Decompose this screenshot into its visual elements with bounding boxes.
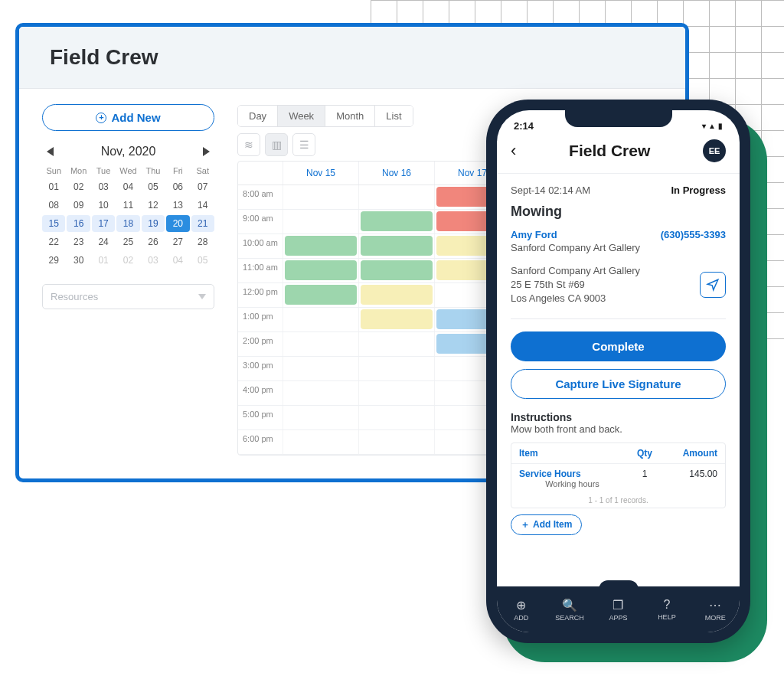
event-block[interactable] — [285, 260, 357, 280]
time-label: 12:00 pm — [238, 283, 283, 307]
event-block[interactable] — [361, 309, 433, 329]
schedule-cell[interactable] — [358, 210, 434, 233]
calendar-day[interactable]: 20 — [166, 215, 189, 232]
schedule-cell[interactable] — [283, 308, 358, 331]
calendar-day[interactable]: 25 — [116, 233, 139, 250]
add-new-button[interactable]: + Add New — [42, 104, 214, 131]
schedule-cell[interactable] — [283, 406, 358, 429]
calendar-day[interactable]: 04 — [116, 178, 139, 195]
event-block[interactable] — [285, 236, 357, 256]
complete-button[interactable]: Complete — [511, 331, 726, 361]
capture-signature-button[interactable]: Capture Live Signature — [511, 369, 726, 399]
schedule-cell[interactable] — [283, 332, 358, 356]
tab-help[interactable]: ?HELP — [642, 586, 691, 632]
calendar-day[interactable]: 09 — [67, 197, 90, 214]
calendar-day[interactable]: 03 — [142, 252, 165, 269]
calendar-day[interactable]: 05 — [142, 178, 165, 195]
schedule-cell[interactable] — [358, 332, 434, 356]
schedule-cell[interactable] — [283, 283, 358, 307]
view-option-week[interactable]: Week — [278, 106, 325, 126]
event-block[interactable] — [361, 211, 433, 231]
next-month-icon[interactable] — [203, 147, 210, 156]
calendar-day[interactable]: 19 — [142, 215, 165, 232]
schedule-cell[interactable] — [283, 185, 358, 209]
table-row[interactable]: Service Hours Working hours 1 145.00 — [511, 464, 725, 493]
calendar-day[interactable]: 24 — [92, 233, 115, 250]
calendar-day[interactable]: 29 — [42, 252, 65, 269]
calendar-day[interactable]: 22 — [42, 233, 65, 250]
layers-icon[interactable]: ≋ — [237, 133, 260, 156]
calendar-day[interactable]: 30 — [67, 252, 90, 269]
view-switch: DayWeekMonthList — [237, 105, 413, 127]
contact-name-link[interactable]: Amy Ford — [511, 229, 557, 240]
columns-icon[interactable]: ▥ — [265, 133, 288, 156]
calendar-day[interactable]: 08 — [42, 197, 65, 214]
dow-label: Fri — [166, 165, 189, 177]
schedule-cell[interactable] — [358, 259, 434, 282]
view-option-list[interactable]: List — [375, 106, 412, 126]
col-amount[interactable]: Amount — [664, 448, 717, 459]
calendar-day[interactable]: 14 — [191, 197, 214, 214]
calendar-day[interactable]: 02 — [116, 252, 139, 269]
calendar-day[interactable]: 10 — [92, 197, 115, 214]
schedule-cell[interactable] — [283, 259, 358, 282]
avatar[interactable]: EE — [703, 139, 726, 162]
schedule-cell[interactable] — [358, 185, 434, 209]
event-block[interactable] — [361, 260, 433, 280]
calendar-day[interactable]: 17 — [92, 215, 115, 232]
schedule-cell[interactable] — [358, 381, 434, 405]
tab-search[interactable]: 🔍SEARCH — [545, 586, 593, 632]
calendar-day[interactable]: 12 — [142, 197, 165, 214]
schedule-cell[interactable] — [358, 406, 434, 429]
calendar-day[interactable]: 05 — [191, 252, 214, 269]
calendar-day[interactable]: 07 — [191, 178, 214, 195]
calendar-day[interactable]: 23 — [67, 233, 90, 250]
calendar-day[interactable]: 27 — [166, 233, 189, 250]
calendar-day[interactable]: 26 — [142, 233, 165, 250]
tab-apps[interactable]: ❐APPS — [594, 586, 642, 632]
schedule-cell[interactable] — [283, 210, 358, 233]
tab-more[interactable]: ⋯MORE — [691, 586, 740, 632]
schedule-cell[interactable] — [283, 430, 358, 454]
calendar-day[interactable]: 28 — [191, 233, 214, 250]
add-item-button[interactable]: ＋ Add Item — [511, 514, 582, 535]
date-header[interactable]: Nov 16 — [358, 162, 434, 185]
date-header[interactable]: Nov 15 — [283, 162, 358, 185]
event-block[interactable] — [285, 285, 357, 305]
calendar-day[interactable]: 04 — [166, 252, 189, 269]
col-item[interactable]: Item — [519, 448, 626, 459]
calendar-day[interactable]: 03 — [92, 178, 115, 195]
contact-phone-link[interactable]: (630)555-3393 — [661, 229, 726, 240]
calendar-day[interactable]: 21 — [191, 215, 214, 232]
dow-label: Tue — [92, 165, 115, 177]
resources-select[interactable]: Resources — [42, 284, 214, 309]
instructions-body: Mow both front and back. — [511, 423, 726, 435]
schedule-cell[interactable] — [358, 308, 434, 331]
rows-icon[interactable]: ☰ — [292, 133, 315, 156]
view-option-day[interactable]: Day — [238, 106, 278, 126]
prev-month-icon[interactable] — [47, 147, 54, 156]
calendar-day[interactable]: 06 — [166, 178, 189, 195]
calendar-day[interactable]: 13 — [166, 197, 189, 214]
schedule-cell[interactable] — [358, 430, 434, 454]
tab-add[interactable]: ⊕ADD — [497, 586, 545, 632]
calendar-day[interactable]: 11 — [116, 197, 139, 214]
schedule-cell[interactable] — [358, 357, 434, 380]
event-block[interactable] — [361, 236, 433, 256]
schedule-cell[interactable] — [283, 357, 358, 380]
schedule-cell[interactable] — [358, 283, 434, 307]
calendar-day[interactable]: 01 — [92, 252, 115, 269]
calendar-day[interactable]: 18 — [116, 215, 139, 232]
calendar-day[interactable]: 01 — [42, 178, 65, 195]
calendar-day[interactable]: 16 — [67, 215, 90, 232]
calendar-day[interactable]: 15 — [42, 215, 65, 232]
back-icon[interactable]: ‹ — [511, 141, 516, 161]
view-option-month[interactable]: Month — [325, 106, 375, 126]
col-qty[interactable]: Qty — [626, 448, 664, 459]
schedule-cell[interactable] — [358, 234, 434, 258]
navigate-icon[interactable] — [700, 272, 726, 298]
calendar-day[interactable]: 02 — [67, 178, 90, 195]
schedule-cell[interactable] — [283, 234, 358, 258]
event-block[interactable] — [361, 285, 433, 305]
schedule-cell[interactable] — [283, 381, 358, 405]
